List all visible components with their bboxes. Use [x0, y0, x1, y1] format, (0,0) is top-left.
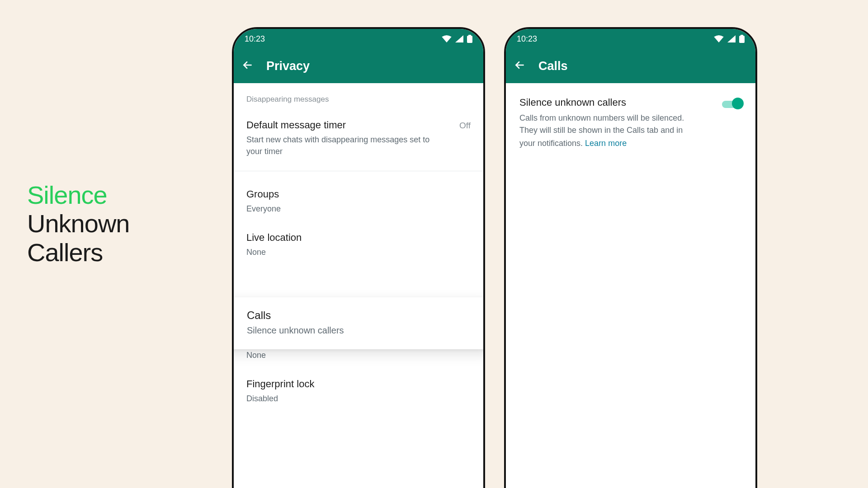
- back-button[interactable]: [514, 59, 526, 73]
- status-icons: [714, 35, 745, 43]
- headline-line2: Unknown: [27, 209, 129, 238]
- silence-toggle[interactable]: [722, 98, 744, 109]
- status-time: 10:23: [245, 34, 265, 44]
- divider: [234, 171, 483, 171]
- page-title: Calls: [538, 59, 568, 73]
- svg-rect-3: [741, 35, 743, 36]
- blocked-value: None: [246, 349, 445, 361]
- back-arrow-icon: [514, 59, 526, 71]
- live-location-value: None: [246, 246, 445, 258]
- fingerprint-value: Disabled: [246, 393, 445, 404]
- privacy-content[interactable]: Disappearing messages Default message ti…: [234, 83, 483, 432]
- silence-title: Silence unknown callers: [519, 97, 715, 108]
- wifi-icon: [714, 35, 724, 42]
- headline-line1: Silence: [27, 181, 129, 209]
- learn-more-link[interactable]: Learn more: [585, 137, 627, 150]
- phone-calls: 10:23 Calls Silence unknown callers Call…: [504, 27, 757, 488]
- groups-value: Everyone: [246, 203, 445, 215]
- svg-rect-2: [739, 36, 745, 43]
- section-disappearing: Disappearing messages: [234, 83, 483, 111]
- default-timer-title: Default message timer: [246, 119, 346, 131]
- back-button[interactable]: [242, 59, 254, 73]
- topbar: 10:23 Privacy: [234, 29, 483, 83]
- headline-line3: Callers: [27, 238, 129, 267]
- groups-title: Groups: [246, 188, 279, 200]
- default-timer-value: Off: [459, 121, 471, 131]
- signal-icon: [455, 35, 463, 42]
- page-title: Privacy: [266, 59, 310, 73]
- back-arrow-icon: [242, 59, 254, 71]
- status-bar: 10:23: [234, 29, 483, 49]
- row-default-timer[interactable]: Default message timer Off Start new chat…: [234, 111, 483, 166]
- battery-icon: [467, 35, 472, 43]
- row-live-location[interactable]: Live location None: [234, 224, 483, 267]
- setting-silence-unknown[interactable]: Silence unknown callers Calls from unkno…: [506, 83, 755, 154]
- svg-rect-0: [467, 36, 472, 43]
- wifi-icon: [442, 35, 452, 42]
- promo-stage: Silence Unknown Callers 10:23 Privacy: [0, 0, 868, 488]
- battery-icon: [739, 35, 745, 43]
- topbar: 10:23 Calls: [506, 29, 755, 83]
- app-bar: Privacy: [234, 49, 483, 83]
- fingerprint-title: Fingerprint lock: [246, 378, 314, 390]
- status-time: 10:23: [517, 34, 537, 44]
- default-timer-desc: Start new chats with disappearing messag…: [246, 134, 445, 157]
- svg-rect-1: [468, 35, 471, 36]
- app-bar: Calls: [506, 49, 755, 83]
- live-location-title: Live location: [246, 232, 302, 244]
- status-icons: [442, 35, 472, 43]
- toggle-thumb: [732, 98, 744, 109]
- row-groups[interactable]: Groups Everyone: [234, 180, 483, 224]
- headline: Silence Unknown Callers: [27, 181, 129, 267]
- status-bar: 10:23: [506, 29, 755, 49]
- phone-privacy: 10:23 Privacy Disappearing messages Defa…: [232, 27, 485, 488]
- row-calls-popout[interactable]: Calls Silence unknown callers: [232, 297, 485, 349]
- signal-icon: [727, 35, 736, 42]
- calls-row-title: Calls: [247, 309, 479, 322]
- row-fingerprint[interactable]: Fingerprint lock Disabled: [234, 370, 483, 413]
- calls-row-value: Silence unknown callers: [247, 325, 479, 336]
